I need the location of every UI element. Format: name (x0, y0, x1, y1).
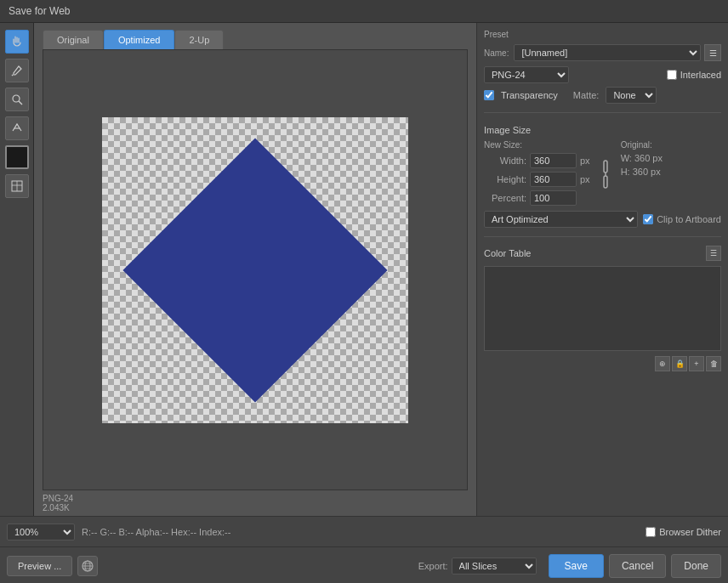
preset-name-label: Name: (484, 48, 509, 58)
zoom-select[interactable]: 100% 25% 50% 200% 400% (7, 524, 75, 541)
hand-tool[interactable] (5, 30, 29, 54)
preset-section: Preset Name: [Unnamed] ☰ PNG-24 GIF JPEG… (484, 30, 721, 104)
preset-name-select[interactable]: [Unnamed] (514, 44, 701, 61)
tab-2up[interactable]: 2-Up (174, 30, 224, 49)
tabs-bar: Original Optimized 2-Up (34, 23, 476, 49)
height-px: px (580, 174, 590, 184)
bottom-bar: 100% 25% 50% 200% 400% R:-- G:-- B:-- Al… (0, 516, 728, 546)
preset-label: Preset (484, 30, 721, 39)
height-input[interactable] (530, 172, 577, 187)
globe-button[interactable] (77, 556, 98, 576)
percent-row: Percent: (484, 190, 590, 206)
svg-rect-7 (604, 161, 607, 173)
svg-point-1 (13, 95, 20, 102)
height-row: Height: px (484, 172, 590, 187)
canvas-checkerboard (102, 117, 408, 423)
divider-2 (484, 236, 721, 237)
canvas-container[interactable] (43, 49, 468, 490)
width-px: px (580, 156, 590, 166)
clip-checkbox[interactable] (643, 214, 653, 224)
export-select[interactable]: All Slices Current Slice Selection (452, 558, 537, 575)
ct-map-btn[interactable]: ⊕ (655, 356, 670, 371)
done-button[interactable]: Done (671, 554, 721, 578)
clip-label: Clip to Artboard (657, 214, 721, 224)
export-label: Export: (418, 561, 448, 571)
title-bar: Save for Web (0, 0, 728, 23)
canvas-format-label: PNG-24 (43, 494, 73, 503)
clip-row: Clip to Artboard (643, 214, 721, 224)
color-swatch[interactable] (5, 145, 29, 169)
original-w: W: 360 px (621, 153, 721, 163)
width-row: Width: px (484, 153, 590, 168)
save-button[interactable]: Save (549, 554, 604, 578)
pixel-info: R:-- G:-- B:-- Alpha:-- Hex:-- Index:-- (82, 527, 639, 537)
right-panel: Preset Name: [Unnamed] ☰ PNG-24 GIF JPEG… (476, 23, 728, 516)
transparency-label: Transparency (501, 90, 558, 100)
format-row: PNG-24 GIF JPEG PNG-8 WBMP Interlaced (484, 66, 721, 83)
sampler-tool[interactable] (5, 116, 29, 140)
width-label: Width: (484, 156, 526, 166)
interlaced-checkbox[interactable] (667, 70, 677, 80)
original-h: H: 360 px (621, 167, 721, 177)
algorithm-select[interactable]: Art Optimized Bicubic Bilinear Nearest N… (484, 211, 638, 228)
cancel-button[interactable]: Cancel (609, 554, 666, 578)
color-table-menu-btn[interactable]: ☰ (706, 246, 721, 261)
orig-w-label: W: (621, 153, 632, 163)
eyedropper-tool[interactable] (5, 59, 29, 82)
divider-1 (484, 112, 721, 113)
width-input[interactable] (530, 153, 577, 168)
toolbar (0, 23, 34, 516)
interlaced-row: Interlaced (667, 70, 721, 80)
interlaced-label: Interlaced (680, 70, 721, 80)
svg-line-0 (12, 75, 13, 76)
color-table-section: Color Table ☰ ⊕ 🔒 + 🗑 (484, 246, 721, 371)
tab-original[interactable]: Original (43, 30, 104, 49)
ct-delete-btn[interactable]: 🗑 (706, 356, 721, 371)
orig-w-value: 360 px (634, 153, 663, 163)
preset-row: Name: [Unnamed] ☰ (484, 44, 721, 61)
link-dimensions-icon[interactable] (597, 157, 614, 191)
matte-select[interactable]: None White Black (606, 87, 657, 104)
height-label: Height: (484, 174, 526, 184)
action-buttons: Save Cancel Done (549, 554, 721, 578)
action-bar: Preview ... Export: All Slices Current S… (0, 546, 728, 583)
browser-dither-row: Browser Dither (646, 527, 721, 537)
orig-h-value: 360 px (633, 167, 661, 177)
preset-menu-btn[interactable]: ☰ (704, 44, 721, 61)
format-select[interactable]: PNG-24 GIF JPEG PNG-8 WBMP (484, 66, 569, 83)
color-table-icons: ⊕ 🔒 + 🗑 (484, 356, 721, 371)
ct-add-btn[interactable]: + (689, 356, 704, 371)
orig-h-label: H: (621, 167, 630, 177)
export-row: Export: All Slices Current Slice Selecti… (418, 558, 537, 575)
percent-input[interactable] (530, 190, 577, 206)
color-table-label: Color Table (484, 248, 531, 258)
image-size-section: Image Size New Size: Width: px Height: (484, 125, 721, 228)
canvas-area: Original Optimized 2-Up PNG-24 2.043K (34, 23, 476, 516)
matte-label: Matte: (573, 90, 600, 100)
window-title: Save for Web (9, 5, 70, 17)
percent-label: Percent: (484, 193, 526, 203)
original-label: Original: (621, 140, 721, 150)
svg-rect-9 (604, 176, 607, 188)
svg-line-2 (19, 101, 22, 105)
canvas-info: PNG-24 2.043K (34, 490, 476, 516)
new-size-label: New Size: (484, 140, 590, 150)
ct-lock-btn[interactable]: 🔒 (672, 356, 687, 371)
tab-optimized[interactable]: Optimized (104, 30, 175, 49)
color-table-area (484, 266, 721, 351)
transparency-checkbox[interactable] (484, 90, 494, 100)
slice-tool[interactable] (5, 174, 29, 198)
image-size-header: Image Size (484, 125, 721, 135)
preview-button[interactable]: Preview ... (7, 556, 72, 576)
browser-dither-checkbox[interactable] (646, 527, 656, 537)
browser-dither-label: Browser Dither (659, 527, 721, 537)
zoom-tool[interactable] (5, 88, 29, 111)
image-size-title: Image Size (484, 125, 531, 135)
color-table-header: Color Table ☰ (484, 246, 721, 261)
transparency-row: Transparency Matte: None White Black (484, 87, 721, 104)
canvas-size-label: 2.043K (43, 503, 70, 512)
canvas-diamond-shape (122, 138, 387, 402)
